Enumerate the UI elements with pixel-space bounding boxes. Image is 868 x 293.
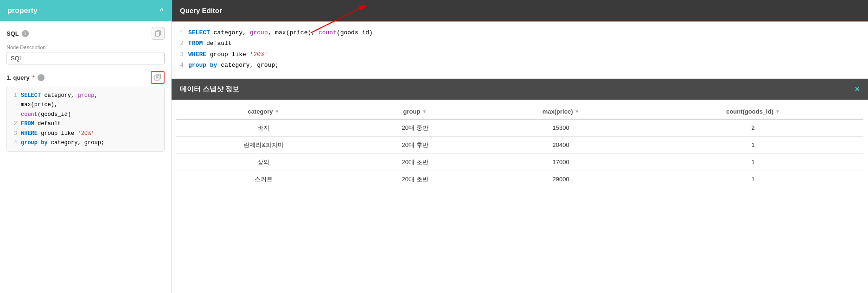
node-desc-label: Node Description [6,45,165,50]
code-line-1: 1 SELECT category, group, [12,91,160,100]
table-cell: 20대 중반 [351,119,479,137]
query-edit-button[interactable] [151,71,165,84]
left-header: property ^ [0,0,171,21]
required-star: * [32,74,35,81]
table-cell: 2 [643,119,863,137]
snapshot-table: category▼ group▼ max(price)▼ count(goods… [176,104,863,188]
table-cell: 17000 [479,153,643,171]
qe-line-2: 2 FROM default [176,38,860,49]
table-cell: 상의 [176,153,351,171]
table-cell: 20대 초반 [351,153,479,171]
code-line-cont2: count(goods_id) [12,110,160,119]
query-info-icon[interactable]: i [38,74,45,81]
col-header-group[interactable]: group▼ [351,104,479,119]
property-title: property [7,6,38,15]
table-cell: 1 [643,153,863,171]
snapshot-close-button[interactable]: × [855,84,860,94]
query-label-text: 1. query [6,74,30,81]
collapse-icon[interactable]: ^ [160,7,164,14]
query-editor-section: Query Editor 1 SELECT category, group, m… [172,0,868,78]
left-panel: property ^ SQL i Node Description 1. que… [0,0,172,293]
query-label-row: 1. query * i [6,71,165,84]
table-cell: 15300 [479,119,643,137]
code-line-4: 4 group by category, group; [12,138,160,147]
query-code-block: 1 SELECT category, group, max(price), co… [6,87,165,152]
qe-line-1: 1 SELECT category, group, max(price), co… [176,27,860,38]
table-cell: 1 [643,171,863,188]
snapshot-section: 데이터 스냅샷 정보 × category▼ group▼ max(price)… [172,78,868,293]
snapshot-table-wrap: category▼ group▼ max(price)▼ count(goods… [172,100,868,293]
sql-info-icon[interactable]: i [22,30,29,37]
right-panel: Query Editor 1 SELECT category, group, m… [172,0,868,293]
code-line-2: 2 FROM default [12,119,160,128]
sql-section-label: SQL i [6,27,165,40]
table-cell: 1 [643,136,863,153]
query-editor-body[interactable]: 1 SELECT category, group, max(price), co… [172,22,868,78]
node-desc-input[interactable] [6,52,165,64]
snapshot-header: 데이터 스냅샷 정보 × [172,79,868,100]
table-row: 란제리&파자마20대 후반204001 [176,136,863,153]
left-body: SQL i Node Description 1. query * i [0,21,171,293]
table-cell: 20400 [479,136,643,153]
table-cell: 20대 후반 [351,136,479,153]
table-row: 스커트20대 초반290001 [176,171,863,188]
snapshot-title: 데이터 스냅샷 정보 [180,85,239,94]
table-cell: 바지 [176,119,351,137]
sql-label-text: SQL [6,30,19,37]
svg-rect-0 [155,32,160,36]
col-header-category[interactable]: category▼ [176,104,351,119]
code-line-3: 3 WHERE group like '20%' [12,129,160,138]
qe-line-4: 4 group by category, group; [176,60,860,70]
table-cell: 란제리&파자마 [176,136,351,153]
query-editor-header: Query Editor [172,0,868,22]
col-header-countgoods[interactable]: count(goods_id)▼ [643,104,863,119]
table-row: 바지20대 중반153002 [176,119,863,137]
table-cell: 20대 초반 [351,171,479,188]
sql-edit-button[interactable] [152,27,165,40]
col-header-maxprice[interactable]: max(price)▼ [479,104,643,119]
table-row: 상의20대 초반170001 [176,153,863,171]
query-editor-title: Query Editor [180,6,222,14]
code-line-cont: max(price), [12,100,160,109]
table-header-row: category▼ group▼ max(price)▼ count(goods… [176,104,863,119]
qe-line-3: 3 WHERE group like '20%' [176,49,860,60]
table-cell: 스커트 [176,171,351,188]
table-cell: 29000 [479,171,643,188]
